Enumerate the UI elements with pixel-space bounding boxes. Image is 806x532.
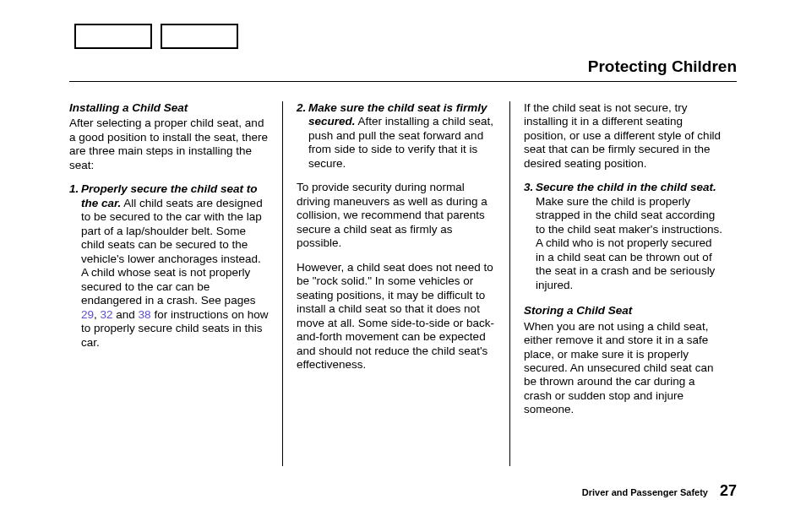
page-title: Protecting Children: [588, 57, 737, 76]
sep1: ,: [94, 308, 101, 321]
install-subhead: Installing a Child Seat: [69, 101, 269, 115]
step-3-lead: Secure the child in the child seat.: [536, 181, 716, 193]
page-link-32[interactable]: 32: [101, 308, 113, 321]
step-2-num: 2.: [297, 101, 308, 115]
page-link-38[interactable]: 38: [139, 308, 151, 321]
col2-p3: However, a child seat does not need to b…: [297, 261, 496, 372]
storing-text: When you are not using a child seat, eit…: [524, 320, 723, 417]
footer-page-number: 27: [720, 482, 737, 500]
page-footer: Driver and Passenger Safety 27: [582, 482, 737, 500]
step-3: 3.Secure the child in the child seat. Ma…: [524, 181, 723, 292]
step-1: 1.Properly secure the child seat to the …: [69, 182, 269, 350]
col3-p1: If the child seat is not secure, try ins…: [524, 101, 723, 171]
step-3-num: 3.: [524, 181, 536, 194]
page-link-29[interactable]: 29: [81, 308, 94, 321]
step-1-num: 1.: [69, 182, 81, 196]
column-2: 2.Make sure the child seat is firmly sec…: [282, 101, 509, 466]
nav-box-2[interactable]: [161, 24, 238, 49]
storing-subhead: Storing a Child Seat: [524, 304, 723, 318]
nav-box-1[interactable]: [74, 24, 152, 49]
footer-section-label: Driver and Passenger Safety: [582, 487, 708, 497]
install-intro: After selecting a proper child seat, and…: [69, 117, 269, 172]
body-columns: Installing a Child Seat After selecting …: [69, 101, 737, 466]
step-1-text-a: All child seats are designed to be secur…: [81, 197, 263, 307]
step-3-text: Make sure the child is properly strapped…: [536, 195, 722, 291]
title-rule: [69, 81, 737, 82]
col2-p2: To provide security during normal drivin…: [297, 181, 496, 250]
top-nav-boxes: [74, 24, 238, 49]
column-3: If the child seat is not secure, try ins…: [509, 101, 737, 466]
sep2: and: [113, 308, 139, 321]
column-1: Installing a Child Seat After selecting …: [69, 101, 282, 466]
step-2: 2.Make sure the child seat is firmly sec…: [297, 101, 496, 171]
